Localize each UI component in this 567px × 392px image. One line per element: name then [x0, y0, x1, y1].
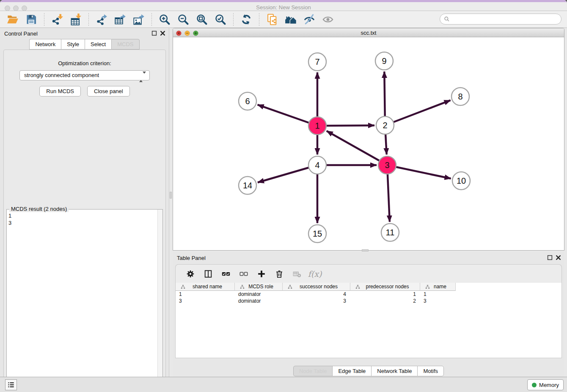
- save-icon[interactable]: [25, 13, 38, 26]
- column-header-name[interactable]: name: [420, 283, 456, 291]
- network-graph: 1234678910111415: [173, 37, 564, 250]
- memory-button[interactable]: Memory: [527, 379, 564, 390]
- hide-eye-icon[interactable]: [303, 13, 316, 26]
- search-box[interactable]: [440, 14, 561, 25]
- titlebar: Session: New Session: [0, 0, 567, 11]
- settings-gear-icon[interactable]: [185, 269, 195, 279]
- graph-node-label-11: 11: [386, 228, 395, 237]
- network-canvas[interactable]: 1234678910111415: [173, 37, 564, 250]
- graph-node-label-10: 10: [457, 176, 466, 185]
- clone-network-icon[interactable]: [266, 13, 278, 26]
- tab-mcds[interactable]: MCDS: [111, 39, 139, 50]
- table-cell[interactable]: dominator: [235, 291, 283, 298]
- result-scrollbar[interactable]: [157, 210, 162, 392]
- memory-status-icon: [532, 383, 537, 387]
- mcds-result-item[interactable]: 1: [8, 212, 161, 219]
- graph-node-label-15: 15: [313, 229, 322, 238]
- open-folder-icon[interactable]: [6, 13, 19, 26]
- zoom-selected-icon[interactable]: [214, 13, 227, 26]
- table-cell[interactable]: 1: [176, 291, 235, 298]
- graph-edge-1-6[interactable]: [258, 105, 317, 126]
- refresh-icon[interactable]: [240, 13, 253, 26]
- column-header-mcds-role[interactable]: MCDS role: [235, 283, 283, 291]
- table-panel: Table Panel f(x) shared nameMCDS rolesuc…: [173, 252, 564, 377]
- close-panel-button[interactable]: Close panel: [87, 86, 130, 97]
- network-window-titlebar[interactable]: scc.txt: [173, 28, 564, 37]
- graph-node-label-4: 4: [315, 160, 319, 170]
- attribute-type-icon: [353, 284, 358, 289]
- attribute-type-icon: [237, 284, 242, 289]
- table-cell[interactable]: 1: [350, 291, 420, 298]
- table-cell[interactable]: dominator: [235, 298, 283, 304]
- graph-node-label-9: 9: [382, 56, 386, 66]
- table-cell[interactable]: 1: [420, 291, 456, 298]
- tab-edge-table[interactable]: Edge Table: [332, 366, 371, 376]
- table-cell[interactable]: 3: [176, 298, 235, 304]
- table-panel-header: Table Panel: [173, 252, 564, 263]
- column-header-shared-name[interactable]: shared name: [176, 283, 235, 291]
- table-cell[interactable]: 4: [283, 291, 350, 298]
- mcds-result-item[interactable]: 3: [8, 219, 161, 226]
- task-history-button[interactable]: [5, 379, 17, 390]
- table-cell[interactable]: 2: [350, 298, 420, 304]
- houses-icon[interactable]: [284, 13, 297, 26]
- deselect-all-icon[interactable]: [239, 269, 249, 279]
- tab-network-table[interactable]: Network Table: [371, 366, 417, 376]
- table-panel-title: Table Panel: [177, 255, 206, 261]
- table-row[interactable]: 3dominator323: [176, 298, 561, 304]
- horizontal-splitter-handle[interactable]: [362, 249, 369, 251]
- mcds-result-title: MCDS result (2 nodes): [9, 206, 69, 212]
- graph-node-label-6: 6: [245, 97, 250, 106]
- delete-icon[interactable]: [274, 269, 284, 279]
- zoom-out-icon[interactable]: [177, 13, 190, 26]
- column-header-predecessor-nodes[interactable]: predecessor nodes: [350, 283, 420, 291]
- close-table-panel-icon[interactable]: [556, 255, 561, 260]
- close-panel-icon[interactable]: [160, 30, 165, 36]
- zoom-in-icon[interactable]: [158, 13, 171, 26]
- table-panel-tabs: Node TableEdge TableNetwork TableMotifs: [173, 366, 564, 376]
- column-layout-icon[interactable]: [203, 269, 213, 279]
- toolbar-separator: [88, 13, 89, 26]
- float-table-panel-icon[interactable]: [547, 255, 553, 260]
- tab-node-table[interactable]: Node Table: [293, 366, 333, 376]
- column-header-successor-nodes[interactable]: successor nodes: [283, 283, 350, 291]
- export-network-icon[interactable]: [95, 13, 108, 26]
- vertical-splitter-handle[interactable]: [170, 192, 172, 199]
- export-table-icon[interactable]: [114, 13, 127, 26]
- tab-select[interactable]: Select: [85, 39, 111, 50]
- tab-network[interactable]: Network: [29, 39, 61, 50]
- graph-node-label-14: 14: [243, 181, 252, 190]
- tab-style[interactable]: Style: [61, 39, 85, 50]
- main-toolbar: [0, 11, 567, 28]
- graph-node-label-7: 7: [315, 57, 319, 66]
- graph-node-label-2: 2: [383, 121, 387, 130]
- network-view-window: scc.txt 1234678910111415: [173, 28, 564, 251]
- graph-edge-2-8[interactable]: [385, 100, 451, 125]
- add-icon[interactable]: [256, 269, 267, 279]
- toolbar-icon-groups: [0, 13, 337, 26]
- attribute-type-icon: [178, 284, 183, 289]
- graph-edge-3-1[interactable]: [327, 131, 387, 165]
- import-table-icon[interactable]: [69, 13, 82, 26]
- table-cell[interactable]: 3: [420, 298, 456, 304]
- graph-node-label-3: 3: [385, 160, 389, 170]
- zoom-fit-icon[interactable]: [195, 13, 208, 26]
- graph-edge-3-10[interactable]: [387, 165, 451, 179]
- criterion-select[interactable]: strongly connected component: [19, 70, 150, 80]
- node-table[interactable]: shared nameMCDS rolesuccessor nodesprede…: [175, 283, 562, 358]
- mcds-panel: Optimization criterion: strongly connect…: [3, 50, 166, 392]
- select-all-icon[interactable]: [221, 269, 231, 279]
- float-panel-icon[interactable]: [151, 30, 157, 36]
- import-network-icon[interactable]: [51, 13, 63, 26]
- tab-motifs[interactable]: Motifs: [417, 366, 444, 376]
- graph-node-label-8: 8: [458, 92, 462, 101]
- table-row[interactable]: 1dominator411: [176, 291, 561, 298]
- search-icon: [444, 16, 450, 22]
- run-mcds-button[interactable]: Run MCDS: [39, 86, 81, 97]
- attribute-type-icon: [423, 284, 427, 289]
- network-window-title: scc.txt: [173, 30, 564, 36]
- search-input[interactable]: [450, 15, 561, 23]
- export-image-icon[interactable]: [132, 13, 145, 26]
- table-cell[interactable]: 3: [283, 298, 350, 304]
- mcds-result-list[interactable]: 13: [7, 210, 162, 229]
